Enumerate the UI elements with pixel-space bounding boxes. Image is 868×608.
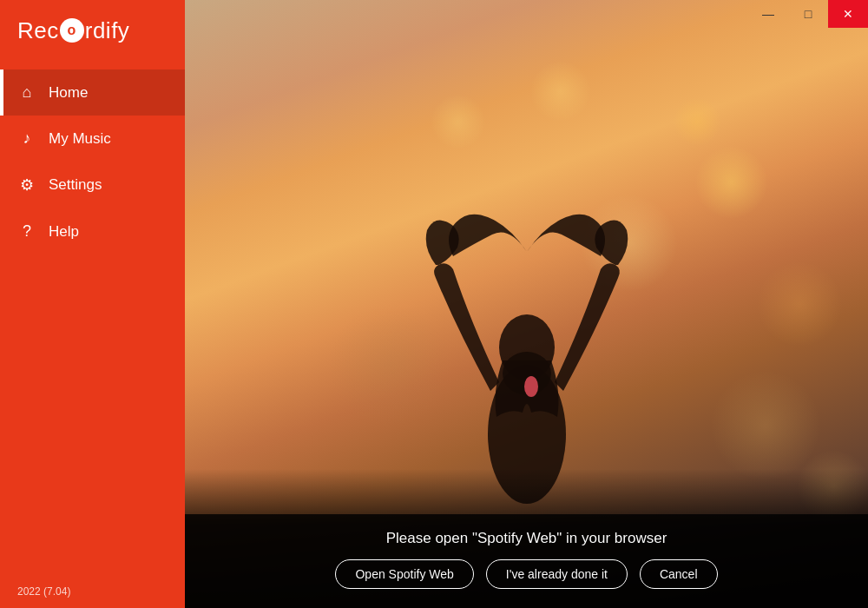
home-icon: ⌂ xyxy=(17,83,36,102)
logo-icon: o xyxy=(60,18,84,43)
already-done-button[interactable]: I've already done it xyxy=(486,559,628,589)
sidebar-item-settings[interactable]: ⚙ Settings xyxy=(0,162,185,208)
sidebar-item-help-label: Help xyxy=(49,223,79,241)
app-logo: Recordify xyxy=(0,0,185,61)
open-spotify-button[interactable]: Open Spotify Web xyxy=(335,559,473,589)
help-icon: ? xyxy=(17,222,36,241)
main-content: Please open "Spotify Web" in your browse… xyxy=(185,0,868,608)
close-button[interactable]: ✕ xyxy=(828,0,868,28)
concert-background: Please open "Spotify Web" in your browse… xyxy=(185,0,868,608)
sidebar-item-my-music-label: My Music xyxy=(49,130,111,148)
active-indicator xyxy=(0,69,3,116)
maximize-button[interactable]: □ xyxy=(788,0,828,28)
minimize-button[interactable]: — xyxy=(748,0,788,28)
sidebar-item-my-music[interactable]: ♪ My Music xyxy=(0,116,185,162)
dialog-message: Please open "Spotify Web" in your browse… xyxy=(386,530,667,547)
sidebar-item-home[interactable]: ⌂ Home xyxy=(0,69,185,116)
sidebar-item-home-label: Home xyxy=(49,84,88,102)
logo-rdify: rdify xyxy=(85,17,130,44)
music-icon: ♪ xyxy=(17,129,36,148)
cancel-button[interactable]: Cancel xyxy=(640,559,718,589)
title-bar: — □ ✕ xyxy=(748,0,868,28)
sidebar-item-help[interactable]: ? Help xyxy=(0,208,185,254)
sidebar-nav: ⌂ Home ♪ My Music ⚙ Settings ? Help xyxy=(0,61,185,575)
sidebar: Recordify ⌂ Home ♪ My Music ⚙ Settings ?… xyxy=(0,0,185,608)
logo-rec: Rec xyxy=(17,17,59,44)
logo-text: Recordify xyxy=(17,17,129,44)
settings-icon: ⚙ xyxy=(17,175,36,195)
version-label: 2022 (7.04) xyxy=(0,575,185,608)
dialog-buttons: Open Spotify Web I've already done it Ca… xyxy=(335,559,717,589)
sidebar-item-settings-label: Settings xyxy=(49,176,102,194)
app-container: — □ ✕ Recordify ⌂ Home ♪ My Music ⚙ Sett… xyxy=(0,0,868,608)
svg-point-3 xyxy=(524,376,538,397)
dialog-bar: Please open "Spotify Web" in your browse… xyxy=(185,514,868,608)
